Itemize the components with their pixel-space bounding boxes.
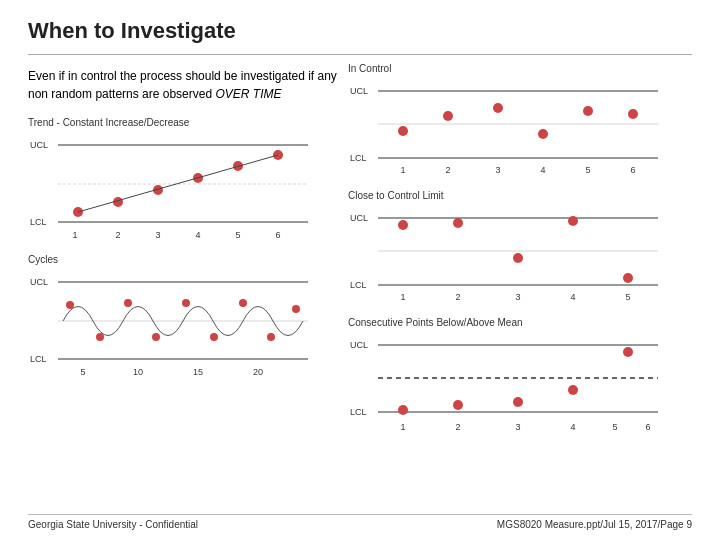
cycles-svg: UCL LCL (28, 267, 318, 377)
close-to-control-chart: Close to Control Limit UCL LCL 1 2 (348, 190, 692, 305)
trend-chart: Trend - Constant Increase/Decrease UCL L… (28, 117, 338, 242)
svg-point-59 (453, 218, 463, 228)
in-control-svg: UCL LCL 1 2 3 4 5 (348, 76, 668, 176)
svg-point-24 (96, 333, 104, 341)
svg-text:5: 5 (612, 422, 617, 432)
svg-text:5: 5 (80, 367, 85, 377)
svg-text:UCL: UCL (30, 277, 48, 287)
page: When to Investigate Even if in control t… (0, 0, 720, 540)
svg-text:6: 6 (275, 230, 280, 240)
svg-point-45 (583, 106, 593, 116)
svg-text:20: 20 (253, 367, 263, 377)
svg-point-31 (292, 305, 300, 313)
right-column: In Control UCL LCL 1 2 (348, 63, 692, 449)
top-rule (28, 54, 692, 55)
svg-point-43 (493, 103, 503, 113)
svg-text:4: 4 (570, 292, 575, 302)
svg-text:1: 1 (72, 230, 77, 240)
close-to-control-title: Close to Control Limit (348, 190, 692, 201)
svg-text:3: 3 (495, 165, 500, 175)
svg-text:UCL: UCL (350, 213, 368, 223)
in-control-title: In Control (348, 63, 692, 74)
svg-text:2: 2 (115, 230, 120, 240)
svg-point-44 (538, 129, 548, 139)
svg-point-75 (513, 397, 523, 407)
left-column: Even if in control the process should be… (28, 63, 338, 449)
footer: Georgia State University - Confidential … (28, 514, 692, 530)
svg-point-76 (568, 385, 578, 395)
svg-point-73 (398, 405, 408, 415)
trend-title: Trend - Constant Increase/Decrease (28, 117, 338, 128)
svg-point-62 (623, 273, 633, 283)
svg-text:2: 2 (455, 422, 460, 432)
svg-text:2: 2 (445, 165, 450, 175)
in-control-chart: In Control UCL LCL 1 2 (348, 63, 692, 178)
svg-point-30 (267, 333, 275, 341)
svg-point-41 (398, 126, 408, 136)
svg-point-74 (453, 400, 463, 410)
svg-text:UCL: UCL (350, 86, 368, 96)
svg-text:2: 2 (455, 292, 460, 302)
page-title: When to Investigate (28, 18, 692, 44)
svg-text:LCL: LCL (30, 354, 47, 364)
intro-text: Even if in control the process should be… (28, 67, 338, 103)
svg-text:UCL: UCL (30, 140, 48, 150)
svg-point-60 (513, 253, 523, 263)
svg-text:LCL: LCL (350, 407, 367, 417)
close-control-svg: UCL LCL 1 2 3 4 5 (348, 203, 668, 303)
svg-text:5: 5 (585, 165, 590, 175)
svg-text:LCL: LCL (30, 217, 47, 227)
svg-point-61 (568, 216, 578, 226)
svg-text:1: 1 (400, 422, 405, 432)
svg-point-29 (239, 299, 247, 307)
svg-text:LCL: LCL (350, 280, 367, 290)
svg-text:4: 4 (195, 230, 200, 240)
svg-text:5: 5 (625, 292, 630, 302)
svg-text:1: 1 (400, 292, 405, 302)
main-layout: Even if in control the process should be… (28, 63, 692, 449)
svg-point-26 (152, 333, 160, 341)
footer-right: MGS8020 Measure.ppt/Jul 15, 2017/Page 9 (497, 519, 692, 530)
svg-point-58 (398, 220, 408, 230)
svg-point-28 (210, 333, 218, 341)
svg-text:4: 4 (540, 165, 545, 175)
trend-svg: UCL LCL 1 (28, 130, 318, 240)
svg-text:3: 3 (515, 292, 520, 302)
svg-text:3: 3 (155, 230, 160, 240)
svg-text:5: 5 (235, 230, 240, 240)
footer-left: Georgia State University - Confidential (28, 519, 198, 530)
svg-point-23 (66, 301, 74, 309)
svg-point-46 (628, 109, 638, 119)
svg-text:10: 10 (133, 367, 143, 377)
svg-line-11 (78, 155, 278, 212)
cycles-title: Cycles (28, 254, 338, 265)
svg-text:4: 4 (570, 422, 575, 432)
svg-point-77 (623, 347, 633, 357)
svg-point-42 (443, 111, 453, 121)
svg-text:3: 3 (515, 422, 520, 432)
consecutive-title: Consecutive Points Below/Above Mean (348, 317, 692, 328)
svg-text:1: 1 (400, 165, 405, 175)
svg-point-27 (182, 299, 190, 307)
svg-text:15: 15 (193, 367, 203, 377)
consecutive-chart: Consecutive Points Below/Above Mean UCL … (348, 317, 692, 437)
svg-text:6: 6 (645, 422, 650, 432)
svg-text:UCL: UCL (350, 340, 368, 350)
cycles-chart: Cycles UCL LCL (28, 254, 338, 379)
consecutive-svg: UCL LCL 1 2 3 4 (348, 330, 668, 435)
svg-text:LCL: LCL (350, 153, 367, 163)
svg-text:6: 6 (630, 165, 635, 175)
svg-point-25 (124, 299, 132, 307)
